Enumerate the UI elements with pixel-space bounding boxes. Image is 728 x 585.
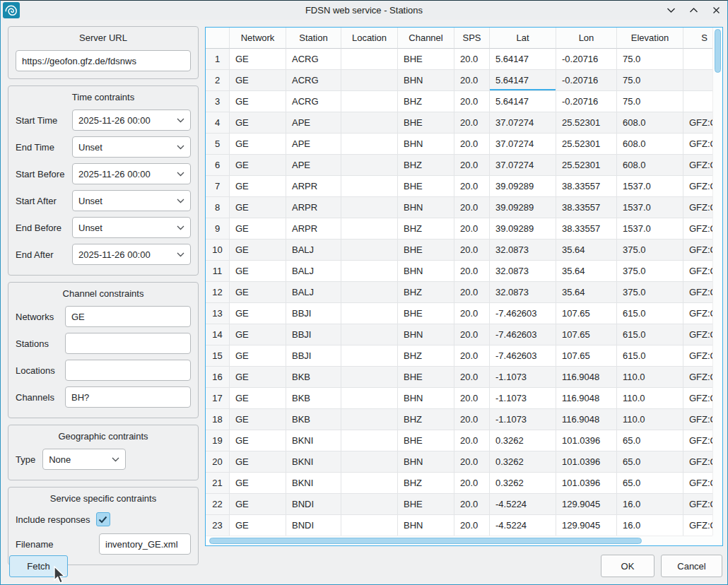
column-header[interactable]: S xyxy=(683,28,712,49)
row-number[interactable]: 3 xyxy=(206,91,230,112)
table-cell[interactable] xyxy=(341,91,398,112)
table-cell[interactable]: 5.64147 xyxy=(490,91,556,112)
start-time-select[interactable]: 2025-11-26 00:00 xyxy=(72,110,191,131)
table-cell[interactable]: GE xyxy=(230,282,286,303)
table-cell[interactable] xyxy=(341,176,398,197)
table-cell[interactable]: 37.07274 xyxy=(490,134,556,155)
table-cell[interactable]: 1537.0 xyxy=(617,176,683,197)
table-cell[interactable]: 615.0 xyxy=(617,345,683,367)
table-cell[interactable]: 20.0 xyxy=(454,388,490,409)
table-cell[interactable]: BBJI xyxy=(286,345,341,367)
row-number[interactable]: 5 xyxy=(206,134,230,155)
column-header[interactable]: Elevation xyxy=(617,28,683,49)
table-cell[interactable]: GE xyxy=(230,451,286,473)
row-number[interactable]: 11 xyxy=(206,261,230,282)
table-cell[interactable]: BHE xyxy=(398,430,454,451)
table-cell[interactable]: BKB xyxy=(286,367,341,388)
table-cell[interactable]: GE xyxy=(230,345,286,367)
table-cell[interactable]: BHN xyxy=(398,70,454,91)
table-cell[interactable]: 37.07274 xyxy=(490,112,556,134)
table-cell[interactable]: GE xyxy=(230,240,286,261)
table-cell[interactable]: GE xyxy=(230,155,286,176)
table-cell[interactable]: 608.0 xyxy=(617,134,683,155)
table-cell[interactable]: 608.0 xyxy=(617,155,683,176)
table-cell[interactable]: 107.65 xyxy=(556,324,617,345)
table-cell[interactable]: 20.0 xyxy=(454,494,490,515)
server-url-input[interactable] xyxy=(16,50,191,71)
table-cell[interactable] xyxy=(341,240,398,261)
table-cell[interactable]: BHZ xyxy=(398,155,454,176)
table-cell[interactable]: 20.0 xyxy=(454,155,490,176)
table-cell[interactable]: BKNI xyxy=(286,473,341,494)
row-number[interactable]: 2 xyxy=(206,70,230,91)
table-cell[interactable]: 20.0 xyxy=(454,240,490,261)
table-cell[interactable]: GE xyxy=(230,261,286,282)
table-cell[interactable]: 0.3262 xyxy=(490,473,556,494)
geo-type-select[interactable]: None xyxy=(42,449,126,470)
table-cell[interactable] xyxy=(341,282,398,303)
table-cell[interactable]: -7.462603 xyxy=(490,324,556,345)
table-cell[interactable]: 110.0 xyxy=(617,388,683,409)
table-cell[interactable]: 65.0 xyxy=(617,430,683,451)
table-cell[interactable]: BHZ xyxy=(398,91,454,112)
locations-input[interactable] xyxy=(65,360,191,381)
table-cell[interactable]: 1537.0 xyxy=(617,218,683,240)
column-header[interactable]: SPS xyxy=(454,28,490,49)
row-number[interactable]: 6 xyxy=(206,155,230,176)
table-cell[interactable]: GFZ:G xyxy=(683,473,712,494)
table-cell[interactable]: GFZ:G xyxy=(683,430,712,451)
table-cell[interactable]: 37.07274 xyxy=(490,155,556,176)
column-header[interactable]: Network xyxy=(230,28,286,49)
table-cell[interactable]: -4.5224 xyxy=(490,494,556,515)
table-cell[interactable]: BHZ xyxy=(398,409,454,430)
table-cell[interactable]: 25.52301 xyxy=(556,134,617,155)
table-cell[interactable]: GFZ:G xyxy=(683,388,712,409)
table-cell[interactable]: GFZ:G xyxy=(683,345,712,367)
row-number[interactable]: 9 xyxy=(206,218,230,240)
table-cell[interactable]: BALJ xyxy=(286,282,341,303)
table-cell[interactable]: 35.64 xyxy=(556,240,617,261)
table-cell[interactable]: BKB xyxy=(286,409,341,430)
table-cell[interactable]: 0.3262 xyxy=(490,430,556,451)
table-cell[interactable]: BALJ xyxy=(286,261,341,282)
table-cell[interactable]: 608.0 xyxy=(617,112,683,134)
row-number[interactable]: 18 xyxy=(206,409,230,430)
table-cell[interactable]: 20.0 xyxy=(454,70,490,91)
table-cell[interactable]: GFZ:G xyxy=(683,197,712,218)
table-cell[interactable] xyxy=(341,473,398,494)
row-number[interactable]: 15 xyxy=(206,345,230,367)
table-cell[interactable]: GFZ:G xyxy=(683,324,712,345)
table-cell[interactable]: 0.3262 xyxy=(490,451,556,473)
filename-input[interactable] xyxy=(99,533,191,555)
table-cell[interactable]: GFZ:G xyxy=(683,176,712,197)
table-cell[interactable]: GFZ:G xyxy=(683,367,712,388)
table-cell[interactable]: 20.0 xyxy=(454,324,490,345)
table-cell[interactable] xyxy=(341,112,398,134)
table-cell[interactable]: 20.0 xyxy=(454,430,490,451)
table-cell[interactable]: 25.52301 xyxy=(556,155,617,176)
row-number[interactable]: 1 xyxy=(206,49,230,70)
table-cell[interactable]: 16.0 xyxy=(617,494,683,515)
table-cell[interactable]: BHZ xyxy=(398,282,454,303)
table-cell[interactable]: 39.09289 xyxy=(490,176,556,197)
table-cell[interactable]: GE xyxy=(230,134,286,155)
table-cell[interactable]: ARPR xyxy=(286,197,341,218)
table-cell[interactable]: 39.09289 xyxy=(490,197,556,218)
column-header[interactable]: Station xyxy=(286,28,341,49)
maximize-button[interactable] xyxy=(688,5,699,16)
table-cell[interactable]: 20.0 xyxy=(454,345,490,367)
table-cell[interactable]: ACRG xyxy=(286,49,341,70)
table-cell[interactable]: 20.0 xyxy=(454,409,490,430)
column-header[interactable]: Location xyxy=(341,28,398,49)
table-cell[interactable]: 116.9048 xyxy=(556,388,617,409)
table-cell[interactable]: BHE xyxy=(398,176,454,197)
table-cell[interactable]: BHZ xyxy=(398,345,454,367)
table-cell[interactable]: 101.0396 xyxy=(556,430,617,451)
horizontal-scrollbar-thumb[interactable] xyxy=(209,538,642,544)
table-cell[interactable]: 65.0 xyxy=(617,473,683,494)
row-number[interactable]: 20 xyxy=(206,451,230,473)
row-number[interactable]: 23 xyxy=(206,515,230,536)
table-cell[interactable]: 20.0 xyxy=(454,515,490,536)
table-cell[interactable]: GFZ:G xyxy=(683,261,712,282)
table-cell[interactable]: 75.0 xyxy=(617,70,683,91)
